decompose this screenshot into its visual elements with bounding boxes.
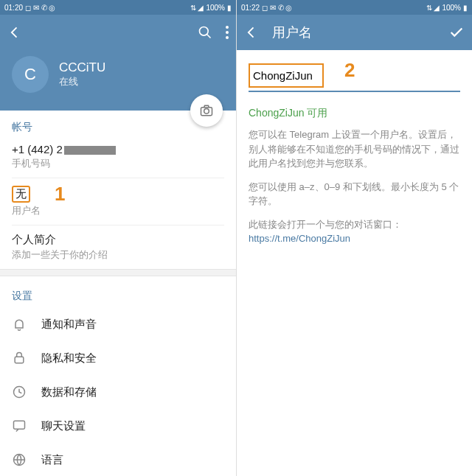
settings-chat[interactable]: 聊天设置 [0,409,236,443]
settings-language[interactable]: 语言 [0,443,236,476]
svg-point-3 [226,36,229,39]
username-link[interactable]: https://t.me/ChongZiJun [249,233,350,244]
settings-notifications[interactable]: 通知和声音 [0,307,236,341]
status-time: 01:22 [241,4,260,12]
avatar[interactable]: C [12,56,49,93]
username-screen: 01:22 ◻ ✉ ✆ ◎ ⇅ ◢ 100%▮ 用户名 2 ChongZiJun… [236,0,472,476]
back-button[interactable] [7,25,25,40]
data-icon [12,385,31,399]
svg-point-0 [200,27,209,36]
chat-icon [12,419,31,433]
profile-name: CCCiTU [59,60,105,75]
svg-point-1 [226,26,229,29]
bio-row[interactable]: 个人简介 添加一些关于你的介绍 [12,225,224,269]
annotation-1: 1 [55,183,65,206]
header: 用户名 [237,15,472,50]
status-time: 01:20 [4,4,23,12]
globe-icon [12,452,31,467]
status-bar: 01:22 ◻ ✉ ✆ ◎ ⇅ ◢ 100%▮ [237,0,472,15]
username-input[interactable] [253,65,319,86]
account-section-title: 帐号 [12,111,224,136]
status-battery: 100% [442,4,461,12]
username-highlight [249,63,324,88]
svg-point-2 [226,31,229,34]
header [0,15,236,50]
profile-status: 在线 [59,75,105,88]
profile-block: C CCCiTU 在线 [0,50,236,111]
confirm-icon[interactable] [448,24,465,41]
desc-3: 此链接会打开一个与您的对话窗口： https://t.me/ChongZiJun [237,214,472,252]
phone-row[interactable]: +1 (442) 2 手机号码 [12,136,224,178]
bell-icon [12,317,31,332]
availability-text: ChongZiJun 可用 [237,97,472,125]
username-row[interactable]: 无 用户名 1 [12,178,224,225]
back-button[interactable] [244,25,262,40]
svg-rect-8 [14,421,25,429]
status-bar: 01:20 ◻ ✉ ✆ ◎ ⇅ ◢ 100%▮ [0,0,236,15]
settings-section-title: 设置 [0,276,236,307]
header-title: 用户名 [272,24,448,41]
status-battery: 100% [206,4,225,12]
annotation-2: 2 [344,59,355,82]
desc-2: 您可以使用 a–z、0–9 和下划线。最小长度为 5 个字符。 [237,177,472,214]
settings-screen: 01:20 ◻ ✉ ✆ ◎ ⇅ ◢ 100%▮ C CCCiTU 在线 帐号 +… [0,0,236,476]
lock-icon [12,351,31,365]
svg-rect-6 [15,357,24,363]
settings-privacy[interactable]: 隐私和安全 [0,341,236,375]
search-icon[interactable] [198,25,212,40]
settings-data[interactable]: 数据和存储 [0,375,236,409]
more-icon[interactable] [226,26,229,39]
username-input-area: 2 [237,50,472,97]
desc-1: 您可以在 Telegram 上设置一个用户名。设置后，别人将能够在不知道您的手机… [237,125,472,177]
redacted [64,146,116,155]
